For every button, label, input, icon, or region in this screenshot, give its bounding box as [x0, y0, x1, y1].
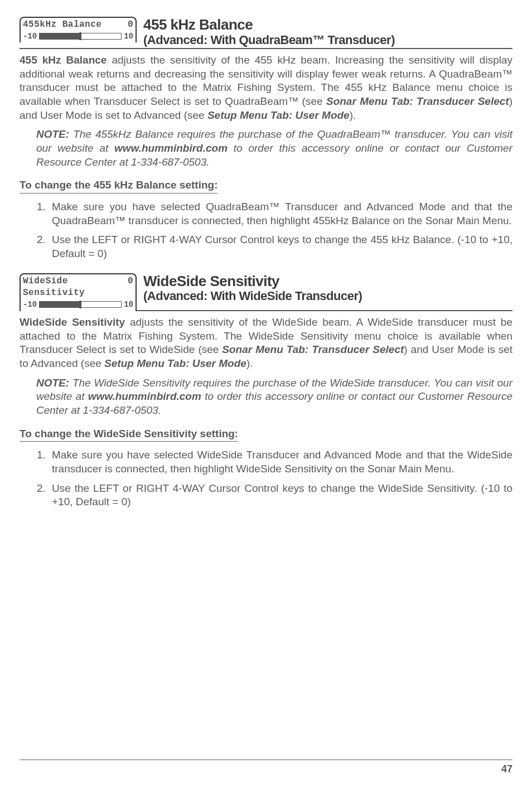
- note-label: NOTE:: [36, 377, 69, 389]
- para-lead: WideSide Sensitivity: [20, 316, 125, 328]
- ref-setup-menu: Setup Menu Tab: User Mode: [104, 357, 246, 369]
- ref-sonar-menu: Sonar Menu Tab: Transducer Select: [222, 344, 404, 355]
- header-titles: WideSide Sensitivity (Advanced: With Wid…: [143, 273, 512, 304]
- slider-handle: [79, 301, 81, 308]
- widget-value: 0: [128, 275, 133, 299]
- body-paragraph: WideSide Sensitivity adjusts the sensiti…: [20, 316, 512, 371]
- widget-title: WideSide Sensitivity: [23, 275, 128, 299]
- section-title: WideSide Sensitivity: [143, 273, 512, 289]
- note-url: www.humminbird.com: [114, 142, 228, 154]
- widget-title: 455kHz Balance: [23, 19, 101, 31]
- note-paragraph: NOTE: The WideSide Sensitivity requires …: [36, 376, 512, 418]
- subheading-wideside: To change the WideSide Sensitivity setti…: [20, 427, 238, 442]
- ref-setup-menu: Setup Menu Tab: User Mode: [207, 109, 350, 121]
- section-title: 455 kHz Balance: [143, 17, 512, 33]
- steps-list-wideside: Make sure you have selected WideSide Tra…: [36, 448, 512, 509]
- slider-handle: [79, 32, 81, 40]
- slider-fill: [40, 302, 80, 307]
- widget-max: 10: [124, 299, 133, 310]
- slider-widget-455khz: 455kHz Balance 0 -10 10: [20, 17, 137, 42]
- section-subtitle: (Advanced: With QuadraBeam™ Transducer): [143, 33, 512, 47]
- subheading-455khz: To change the 455 kHz Balance setting:: [20, 178, 217, 194]
- slider-widget-wideside: WideSide Sensitivity 0 -10 10: [20, 273, 137, 311]
- note-url: www.humminbird.com: [88, 390, 201, 402]
- widget-min: -10: [23, 31, 37, 42]
- section-header-wideside: WideSide Sensitivity 0 -10 10 WideSide S…: [20, 273, 512, 311]
- note-paragraph: NOTE: The 455kHz Balance requires the pu…: [36, 128, 512, 169]
- widget-max: 10: [124, 31, 133, 42]
- slider-fill: [40, 33, 80, 39]
- widget-value: 0: [128, 19, 133, 31]
- footer-rule: 47: [20, 760, 512, 776]
- list-item: Make sure you have selected WideSide Tra…: [49, 448, 512, 476]
- ref-sonar-menu: Sonar Menu Tab: Transducer Select: [326, 95, 509, 107]
- note-label: NOTE:: [36, 128, 69, 140]
- section-header-455khz: 455kHz Balance 0 -10 10 455 kHz Balance …: [20, 17, 512, 49]
- steps-list-455khz: Make sure you have selected QuadraBeam™ …: [36, 200, 512, 261]
- slider-track: [39, 301, 122, 308]
- header-titles: 455 kHz Balance (Advanced: With QuadraBe…: [143, 17, 512, 48]
- list-item: Use the LEFT or RIGHT 4-WAY Cursor Contr…: [49, 482, 512, 509]
- page-number: 47: [20, 760, 512, 776]
- slider-track: [39, 33, 122, 40]
- section-subtitle: (Advanced: With WideSide Transducer): [143, 289, 512, 303]
- para-lead: 455 kHz Balance: [20, 54, 107, 66]
- list-item: Make sure you have selected QuadraBeam™ …: [49, 200, 512, 228]
- body-paragraph: 455 kHz Balance adjusts the sensitivity …: [20, 54, 512, 122]
- list-item: Use the LEFT or RIGHT 4-WAY Cursor Contr…: [49, 233, 512, 260]
- widget-min: -10: [23, 299, 37, 310]
